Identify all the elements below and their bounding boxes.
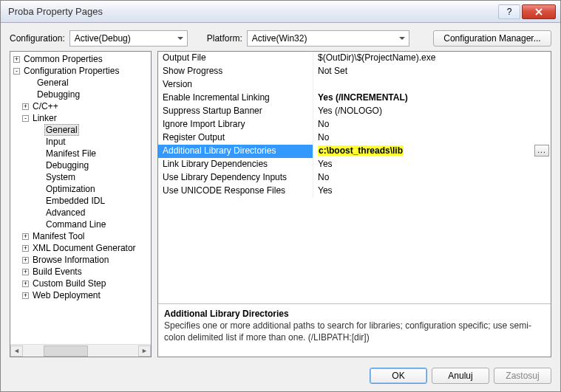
tree-expander-icon[interactable]: + [22,292,29,299]
tree[interactable]: +Common Properties-Configuration Propert… [10,52,151,344]
tree-node[interactable]: Debugging [10,89,151,100]
tree-expander-icon[interactable]: + [22,281,29,287]
tree-node[interactable]: +Web Deployment [10,289,151,301]
property-name: Show Progress [158,65,313,78]
tree-node[interactable]: +Custom Build Step [10,278,151,289]
property-row[interactable]: Version [158,78,551,92]
property-row[interactable]: Link Library DependenciesYes [158,158,551,171]
property-row[interactable]: Use Library Dependency InputsNo [158,171,551,185]
property-grid[interactable]: Output File$(OutDir)\$(ProjectName).exeS… [158,52,551,303]
property-row[interactable]: Show ProgressNot Set [158,65,551,78]
tree-node-label: XML Document Generator [31,243,137,253]
tree-node-label: Input [44,137,67,147]
tree-node[interactable]: General [10,77,151,89]
tree-node[interactable]: +Browse Information [10,254,151,266]
configuration-manager-button[interactable]: Configuration Manager... [433,30,551,47]
tree-node-label: Build Events [31,267,84,277]
property-row[interactable]: Ignore Import LibraryNo [158,118,551,131]
platform-combo[interactable]: Active(Win32) [247,30,409,47]
property-value: Not Set [313,65,551,78]
tree-node[interactable]: +Manifest Tool [10,230,151,242]
tree-node[interactable]: +Build Events [10,266,151,278]
browse-button[interactable]: ... [534,145,549,157]
property-name: Use UNICODE Response Files [158,185,313,198]
tree-expander-icon[interactable]: + [22,269,29,275]
tree-node[interactable]: Optimization [10,183,151,195]
tree-node[interactable]: System [10,171,151,183]
property-value: No [313,171,551,185]
tree-node[interactable]: Input [10,136,151,148]
property-name: Additional Library Directories [158,145,313,158]
tree-node-label: Linker [31,113,58,123]
property-name: Ignore Import Library [158,118,313,131]
close-icon [535,8,543,16]
property-value: Yes [313,185,551,198]
tree-node-label: C/C++ [31,101,60,111]
tree-node-label: System [44,172,77,182]
tree-node[interactable]: Command Line [10,219,151,230]
property-row[interactable]: Suppress Startup BannerYes (/NOLOGO) [158,105,551,118]
titlebar: Proba Property Pages ? [1,1,560,23]
property-value [313,78,551,92]
tree-node-label: Debugging [35,89,81,100]
description-title: Additional Library Directories [164,309,545,319]
help-button[interactable]: ? [498,4,520,19]
property-name: Suppress Startup Banner [158,105,313,118]
tree-node[interactable]: Debugging [10,159,151,171]
tree-node[interactable]: +Common Properties [10,53,151,65]
property-row[interactable]: Output File$(OutDir)\$(ProjectName).exe [158,52,551,65]
tree-pane: +Common Properties-Configuration Propert… [10,51,152,357]
platform-label: Platform: [207,33,242,44]
tree-node-label: Manifest File [44,148,98,159]
property-value[interactable]: c:\boost_threads\lib... [313,145,551,158]
tree-node-label: Common Properties [22,54,104,64]
dialog-footer: OK Anuluj Zastosuj [1,363,560,391]
property-name: Link Library Dependencies [158,158,313,171]
scroll-thumb[interactable] [44,345,88,357]
property-value: Yes (/INCREMENTAL) [313,92,551,105]
property-value: No [313,118,551,131]
property-row[interactable]: Additional Library Directoriesc:\boost_t… [158,145,551,158]
ok-button[interactable]: OK [370,368,427,384]
tree-expander-icon[interactable]: + [22,245,29,252]
apply-button[interactable]: Zastosuj [494,368,551,384]
tree-expander-icon[interactable]: - [13,68,20,75]
property-row[interactable]: Use UNICODE Response FilesYes [158,185,551,198]
property-name: Output File [158,52,313,65]
tree-node-label: Browse Information [31,255,110,265]
tree-node-label: Debugging [44,160,90,171]
close-button[interactable] [522,4,556,19]
property-value: Yes [313,158,551,171]
tree-expander-icon[interactable]: + [22,103,29,110]
tree-node[interactable]: +XML Document Generator [10,242,151,254]
configuration-value: Active(Debug) [75,33,131,44]
property-value: No [313,131,551,145]
property-row[interactable]: Register OutputNo [158,131,551,145]
description-text: Specifies one or more additional paths t… [164,320,545,343]
tree-expander-icon[interactable]: + [22,257,29,264]
property-name: Version [158,78,313,92]
tree-node[interactable]: Advanced [10,207,151,219]
tree-node[interactable]: Manifest File [10,148,151,159]
scroll-left-icon[interactable]: ◄ [10,345,23,357]
cancel-button[interactable]: Anuluj [432,368,489,384]
scroll-right-icon[interactable]: ► [138,345,151,357]
tree-hscrollbar[interactable]: ◄ ► [10,344,151,357]
tree-node[interactable]: General [10,124,151,136]
tree-node[interactable]: +C/C++ [10,100,151,112]
tree-expander-icon[interactable]: + [22,233,29,240]
property-name: Use Library Dependency Inputs [158,171,313,185]
property-row[interactable]: Enable Incremental LinkingYes (/INCREMEN… [158,92,551,105]
property-name: Enable Incremental Linking [158,92,313,105]
tree-expander-icon[interactable]: + [13,56,20,63]
tree-expander-icon[interactable]: - [22,115,29,122]
tree-node[interactable]: Embedded IDL [10,195,151,207]
tree-node[interactable]: -Linker [10,112,151,124]
tree-node-label: Advanced [44,207,86,218]
configuration-combo[interactable]: Active(Debug) [69,30,188,47]
tree-node-label: General [35,78,70,88]
tree-node[interactable]: -Configuration Properties [10,65,151,77]
tree-node-label: Web Deployment [31,290,102,300]
tree-node-label: Optimization [44,184,97,194]
window-title: Proba Property Pages [8,6,497,17]
